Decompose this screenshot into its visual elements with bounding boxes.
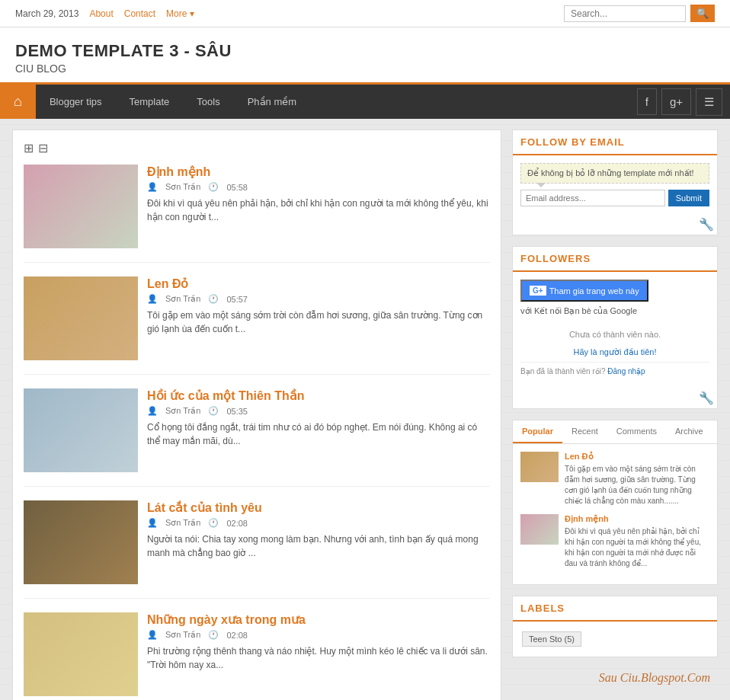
- first-member-link[interactable]: Hãy là người đầu tiên!: [520, 347, 709, 357]
- post-title[interactable]: Những ngày xưa trong mưa: [147, 612, 490, 627]
- submit-button[interactable]: Submit: [668, 190, 709, 206]
- follow-email-widget: FOLLOW BY EMAIL Để không bị bỏ lỡ những …: [512, 129, 718, 235]
- rss-icon[interactable]: ☰: [696, 88, 722, 116]
- grid-view-button[interactable]: ⊟: [38, 141, 48, 155]
- post-item: Định mệnh 👤 Sơn Trần 🕐 05:58 Đôi khi vì …: [24, 165, 490, 263]
- tab-post-excerpt: Đôi khi vì quá yêu nên phải hận, bởi chỉ…: [565, 526, 709, 569]
- topbar: March 29, 2013 About Contact More ▾ 🔍: [0, 0, 730, 27]
- author-icon: 👤: [147, 630, 158, 640]
- clock-icon: 🕐: [208, 294, 219, 304]
- post-title[interactable]: Định mệnh: [147, 165, 490, 179]
- post-title[interactable]: Len Đỏ: [147, 276, 490, 291]
- topbar-left: March 29, 2013 About Contact More ▾: [15, 8, 194, 19]
- sidebar: FOLLOW BY EMAIL Để không bị bỏ lỡ những …: [512, 129, 718, 700]
- home-button[interactable]: ⌂: [0, 85, 36, 119]
- join-label: Tham gia trang web này: [549, 286, 639, 296]
- followers-widget: FOLLOWERS G+ Tham gia trang web này với …: [512, 246, 718, 409]
- followers-connect: với Kết nối Bạn bè của Google: [520, 306, 709, 316]
- author-icon: 👤: [147, 294, 158, 304]
- tab-post-title[interactable]: Định mệnh: [565, 514, 709, 524]
- clock-icon: 🕐: [208, 518, 219, 528]
- tab-post-item: Định mệnh Đôi khi vì quá yêu nên phải hậ…: [520, 514, 709, 569]
- email-input[interactable]: [520, 190, 665, 206]
- post-excerpt: Người ta nói: Chia tay xong mong làm bạn…: [147, 532, 490, 560]
- followers-body: G+ Tham gia trang web này với Kết nối Bạ…: [513, 272, 717, 388]
- tab-post-item: Len Đỏ Tôi gặp em vào một sáng sớm trời …: [520, 452, 709, 507]
- tab-post-excerpt: Tôi gặp em vào một sáng sớm trời còn đẫm…: [565, 464, 709, 507]
- post-time: 05:57: [226, 295, 248, 304]
- post-meta: 👤 Sơn Trần 🕐 02:08: [147, 630, 490, 640]
- follow-email-title: FOLLOW BY EMAIL: [513, 130, 717, 155]
- author-icon: 👤: [147, 406, 158, 416]
- post-author: Sơn Trần: [165, 182, 200, 192]
- search-button[interactable]: 🔍: [690, 5, 715, 22]
- email-form: Submit: [520, 190, 709, 206]
- clock-icon: 🕐: [208, 182, 219, 192]
- tab-comments[interactable]: Comments: [607, 420, 666, 443]
- list-view-button[interactable]: ⊞: [24, 141, 34, 155]
- site-title: DEMO TEMPLATE 3 - SÂU: [15, 41, 715, 61]
- post-thumbnail: [24, 612, 138, 696]
- post-meta: 👤 Sơn Trần 🕐 02:08: [147, 518, 490, 528]
- tab-post-info: Định mệnh Đôi khi vì quá yêu nên phải hậ…: [565, 514, 709, 569]
- navbar: ⌂ Blogger tips Template Tools Phần mềm f…: [0, 85, 730, 119]
- login-link[interactable]: Đăng nhập: [607, 367, 645, 376]
- tabs-header: Popular Recent Comments Archive: [513, 420, 717, 444]
- post-thumbnail: [24, 388, 138, 472]
- join-google-button[interactable]: G+ Tham gia trang web này: [520, 280, 648, 302]
- post-thumbnail: [24, 165, 138, 248]
- post-thumbnail: [24, 276, 138, 360]
- post-author: Sơn Trần: [165, 406, 200, 416]
- tab-archive[interactable]: Archive: [666, 420, 712, 443]
- post-info: Lát cắt của tình yêu 👤 Sơn Trần 🕐 02:08 …: [147, 500, 490, 584]
- wrench-icon: 🔧: [513, 214, 717, 235]
- tab-post-info: Len Đỏ Tôi gặp em vào một sáng sớm trời …: [565, 452, 709, 507]
- post-item: Hồi ức của một Thiên Thần 👤 Sơn Trần 🕐 0…: [24, 388, 490, 487]
- login-prompt: Bạn đã là thành viên rồi?: [520, 367, 606, 376]
- post-time: 02:08: [226, 519, 248, 528]
- nav-phanmem[interactable]: Phần mềm: [234, 85, 310, 118]
- post-excerpt: Phi trường rộng thênh thang và náo nhiệt…: [147, 644, 490, 672]
- site-subtitle: CIU BLOG: [15, 62, 715, 75]
- clock-icon: 🕐: [208, 406, 219, 416]
- labels-title: LABELS: [513, 596, 717, 622]
- nav-blogger-tips[interactable]: Blogger tips: [36, 85, 116, 118]
- googleplus-icon[interactable]: g+: [661, 88, 691, 115]
- contact-link[interactable]: Contact: [124, 8, 155, 19]
- labels-widget: LABELS Teen Sto (5): [512, 596, 718, 657]
- tab-content: Len Đỏ Tôi gặp em vào một sáng sớm trời …: [513, 444, 717, 584]
- author-icon: 👤: [147, 518, 158, 528]
- facebook-icon[interactable]: f: [637, 88, 657, 115]
- view-toggle: ⊞ ⊟: [24, 141, 490, 155]
- post-info: Những ngày xưa trong mưa 👤 Sơn Trần 🕐 02…: [147, 612, 490, 696]
- post-excerpt: Tôi gặp em vào một sáng sớm trời còn đẫm…: [147, 308, 490, 336]
- author-icon: 👤: [147, 182, 158, 192]
- post-thumbnail: [24, 500, 138, 584]
- post-info: Len Đỏ 👤 Sơn Trần 🕐 05:57 Tôi gặp em vào…: [147, 276, 490, 360]
- wrench-icon: 🔧: [513, 388, 717, 408]
- topbar-right: 🔍: [564, 5, 715, 22]
- label-tag[interactable]: Teen Sto (5): [522, 631, 581, 647]
- search-input[interactable]: [564, 5, 686, 22]
- post-time: 05:58: [226, 183, 248, 192]
- about-link[interactable]: About: [89, 8, 113, 19]
- tab-post-title[interactable]: Len Đỏ: [565, 452, 709, 462]
- tabs-widget: Popular Recent Comments Archive Len Đỏ T…: [512, 420, 718, 585]
- main-layout: ⊞ ⊟ Định mệnh 👤 Sơn Trần 🕐 05:58 Đôi khi…: [0, 119, 730, 700]
- labels-body: Teen Sto (5): [513, 622, 717, 657]
- post-title[interactable]: Lát cắt của tình yêu: [147, 500, 490, 515]
- post-info: Định mệnh 👤 Sơn Trần 🕐 05:58 Đôi khi vì …: [147, 165, 490, 248]
- post-item: Len Đỏ 👤 Sơn Trần 🕐 05:57 Tôi gặp em vào…: [24, 276, 490, 375]
- post-title[interactable]: Hồi ức của một Thiên Thần: [147, 388, 490, 403]
- post-author: Sơn Trần: [165, 294, 200, 304]
- post-meta: 👤 Sơn Trần 🕐 05:35: [147, 406, 490, 416]
- header-wrap: DEMO TEMPLATE 3 - SÂU CIU BLOG: [0, 27, 730, 85]
- nav-tools[interactable]: Tools: [183, 85, 233, 118]
- topbar-date: March 29, 2013: [15, 8, 78, 19]
- more-link[interactable]: More ▾: [166, 8, 194, 19]
- clock-icon: 🕐: [208, 630, 219, 640]
- tab-recent[interactable]: Recent: [562, 420, 607, 443]
- post-meta: 👤 Sơn Trần 🕐 05:57: [147, 294, 490, 304]
- tab-popular[interactable]: Popular: [513, 420, 562, 443]
- nav-template[interactable]: Template: [116, 85, 184, 118]
